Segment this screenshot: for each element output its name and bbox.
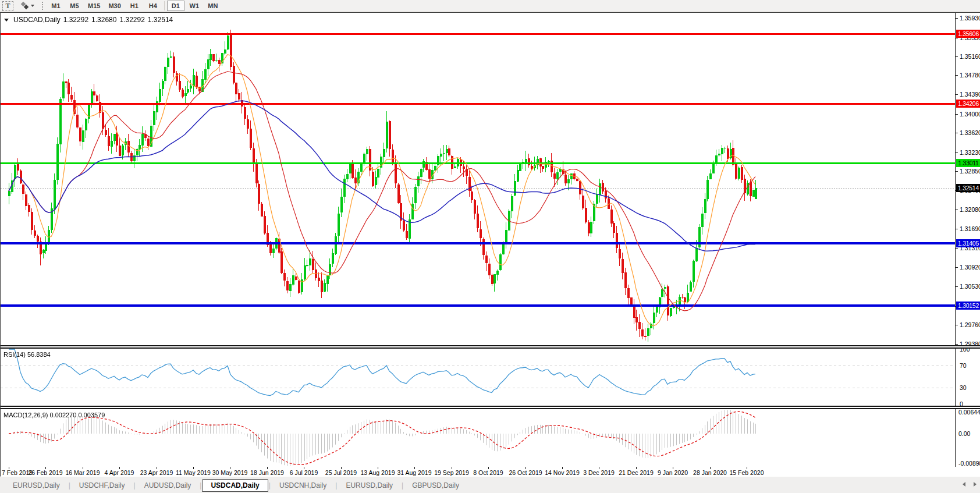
macd-axis-label: -0.008982 — [958, 460, 980, 467]
timeframe-button-w1[interactable]: W1 — [186, 1, 203, 11]
timeframe-button-h4[interactable]: H4 — [144, 1, 162, 11]
chart-ohlc-readout: USDCAD,Daily 1.32292 1.32680 1.32292 1.3… — [4, 16, 173, 24]
price-tick-label: 1.30530 — [960, 283, 980, 290]
pane-separator[interactable] — [1, 406, 980, 409]
timeframe-button-m30[interactable]: M30 — [105, 1, 124, 11]
date-label: 11 May 2019 — [176, 469, 211, 476]
triangle-down-icon[interactable] — [4, 19, 9, 22]
tab-scroll-right-icon[interactable] — [974, 482, 977, 487]
price-tick-label: 1.32080 — [960, 206, 980, 213]
text-tool-icon[interactable]: T — [2, 1, 13, 11]
price-level-badge: 1.31405 — [956, 239, 980, 247]
chart-tab-2[interactable]: AUDUSD,Daily — [136, 480, 200, 491]
chart-window: USDCAD,Daily 1.32292 1.32680 1.32292 1.3… — [0, 12, 980, 476]
date-label: 25 Jul 2019 — [325, 469, 357, 476]
macd-label: MACD(12,26,9) 0.002270 0.003579 — [3, 412, 105, 418]
timeframe-button-mn[interactable]: MN — [204, 1, 222, 11]
price-level-badge: 1.30152 — [956, 302, 980, 310]
price-tick-mark — [956, 152, 958, 153]
close-value: 1.32514 — [148, 16, 173, 24]
date-label: 8 Oct 2019 — [473, 469, 503, 476]
price-tick-mark — [956, 114, 958, 115]
timeframe-button-m15[interactable]: M15 — [84, 1, 104, 11]
price-tick-label: 1.30920 — [960, 264, 980, 271]
price-tick-mark — [956, 133, 958, 133]
timeframe-button-h1[interactable]: H1 — [126, 1, 143, 11]
chart-tab-4[interactable]: USDCNH,Daily — [271, 480, 335, 491]
date-label: 18 Jun 2019 — [250, 469, 284, 476]
timeframe-button-d1[interactable]: D1 — [167, 1, 184, 11]
date-label: 21 Dec 2019 — [619, 469, 654, 476]
date-label: 6 Jul 2019 — [290, 469, 318, 476]
date-label: 26 Feb 2019 — [29, 469, 63, 476]
low-value: 1.32292 — [119, 16, 144, 24]
price-tick-label: 1.35160 — [960, 53, 980, 60]
chart-tab-3[interactable]: USDCAD,Daily — [202, 479, 268, 492]
price-tick-label: 1.35930 — [960, 15, 980, 22]
date-axis[interactable]: 7 Feb 201926 Feb 201916 Mar 20194 Apr 20… — [1, 467, 980, 477]
price-tick-mark — [956, 56, 958, 57]
chart-tab-1[interactable]: USDCHF,Daily — [71, 480, 133, 491]
price-axis-line — [955, 13, 956, 467]
price-tick-mark — [956, 75, 958, 76]
date-label: 31 Aug 2019 — [397, 469, 432, 476]
timeframe-toolbar: M1M5M15M30H1H4D1W1MN — [47, 1, 222, 11]
price-tick-mark — [956, 344, 958, 345]
date-label: 30 May 2019 — [212, 469, 248, 476]
price-tick-label: 1.34390 — [960, 91, 980, 98]
rsi-axis-label: 70 — [960, 362, 967, 369]
tab-scroll-left-icon[interactable] — [963, 482, 965, 487]
price-tick-label: 1.34000 — [960, 111, 980, 118]
chart-tab-0[interactable]: EURUSD,Daily — [5, 480, 68, 491]
macd-axis-label: 0.00 — [958, 430, 970, 437]
chart-tab-5[interactable]: EURUSD,Daily — [338, 480, 401, 491]
date-label: 4 Apr 2019 — [105, 469, 134, 476]
date-label: 19 Sep 2019 — [434, 469, 469, 476]
dropdown-caret-icon — [31, 5, 34, 7]
toolbar-grip[interactable] — [42, 2, 43, 10]
price-tick-mark — [956, 94, 958, 95]
high-value: 1.32680 — [91, 16, 116, 24]
date-label: 13 Aug 2019 — [361, 469, 395, 476]
drawing-objects-button[interactable] — [18, 1, 38, 11]
chart-tab-bar: EURUSD,Daily|USDCHF,Daily|AUDUSD,Daily|U… — [0, 476, 980, 493]
price-chart-canvas[interactable] — [1, 13, 955, 345]
date-label: 23 Apr 2019 — [140, 469, 173, 476]
price-tick-mark — [956, 286, 958, 287]
price-tick-mark — [956, 171, 958, 172]
price-tick-mark — [956, 210, 958, 210]
price-tick-label: 1.31690 — [960, 225, 980, 232]
price-tick-mark — [956, 229, 958, 229]
price-tick-mark — [956, 325, 958, 325]
date-label: 3 Dec 2019 — [583, 469, 615, 476]
rsi-label: RSI(14) 56.8384 — [3, 351, 51, 358]
price-tick-label: 1.34780 — [960, 72, 980, 79]
price-level-badge: 1.35606 — [956, 30, 980, 38]
date-label: 15 Feb 2020 — [730, 469, 764, 476]
price-tick-mark — [956, 248, 958, 249]
timeframe-button-m5[interactable]: M5 — [66, 1, 83, 11]
rsi-canvas[interactable] — [1, 349, 955, 406]
price-tick-mark — [956, 18, 958, 19]
rsi-axis-label: 30 — [960, 384, 967, 391]
toolbar: T M1M5M15M30H1H4D1W1MN — [0, 0, 980, 12]
price-tick-mark — [956, 267, 958, 268]
symbol-label: USDCAD,Daily — [13, 16, 61, 24]
price-tick-mark — [956, 38, 958, 38]
price-tick-label: 1.33620 — [960, 129, 980, 136]
price-level-badge: 1.32514 — [956, 184, 980, 192]
drawing-objects-icon — [22, 2, 29, 9]
price-level-badge: 1.34206 — [956, 100, 980, 108]
mt4-terminal: T M1M5M15M30H1H4D1W1MN USDCAD,Daily 1.32… — [0, 0, 980, 493]
date-label: 9 Jan 2020 — [658, 469, 688, 476]
timeframe-button-m1[interactable]: M1 — [47, 1, 65, 11]
pane-separator[interactable] — [1, 345, 980, 349]
price-tick-label: 1.29760 — [960, 321, 980, 328]
chart-tab-6[interactable]: GBPUSD,Daily — [404, 480, 467, 491]
price-tick-label: 1.32850 — [960, 168, 980, 175]
date-label: 14 Nov 2019 — [545, 469, 580, 476]
macd-axis-label: 0.006448 — [958, 409, 980, 416]
open-value: 1.32292 — [63, 16, 88, 24]
macd-canvas[interactable] — [1, 409, 955, 467]
price-tick-label: 1.33230 — [960, 149, 980, 156]
